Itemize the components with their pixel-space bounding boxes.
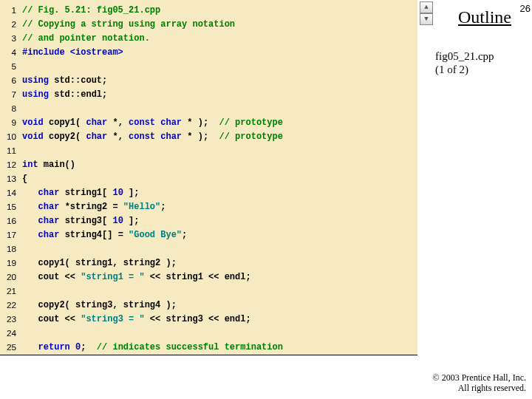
line-number: 21 <box>1 284 16 299</box>
copyright-line2: All rights reserved. <box>458 383 526 393</box>
line-number: 6 <box>1 74 16 88</box>
copyright: © 2003 Prentice Hall, Inc. All rights re… <box>433 372 526 393</box>
code-line: void copy2( char *, const char * ); // p… <box>22 130 417 144</box>
code-line: // Copying a string using array notation <box>22 18 417 32</box>
line-number: 24 <box>1 327 16 341</box>
code-line <box>22 102 417 116</box>
outline-title: Outline <box>458 7 511 27</box>
line-number-gutter: 1234567891011121314151617181920212223242… <box>0 0 18 355</box>
line-number: 2 <box>1 18 16 32</box>
code-line: // and pointer notation. <box>22 32 417 46</box>
scroll-down-button[interactable]: ▼ <box>420 13 433 25</box>
line-number: 23 <box>1 313 16 327</box>
line-number: 7 <box>1 88 16 102</box>
code-line: // Fig. 5.21: fig05_21.cpp <box>22 4 417 18</box>
code-pane: 1234567891011121314151617181920212223242… <box>0 0 417 355</box>
code-line: using std::endl; <box>22 88 417 102</box>
line-number: 18 <box>1 242 16 256</box>
line-number: 22 <box>1 299 16 313</box>
outline-page-label: (1 of 2) <box>435 64 468 76</box>
code-line: cout << "string3 = " << string3 << endl; <box>22 313 417 327</box>
line-number: 25 <box>1 341 16 355</box>
line-number: 13 <box>1 172 16 186</box>
line-number: 8 <box>1 102 16 116</box>
code-line: cout << "string1 = " << string1 << endl; <box>22 270 417 284</box>
code-line <box>22 144 417 158</box>
line-number: 1 <box>1 4 16 18</box>
code-line: copy2( string3, string4 ); <box>22 299 417 313</box>
line-number: 3 <box>1 32 16 46</box>
line-number: 20 <box>1 270 16 284</box>
line-number: 12 <box>1 158 16 172</box>
line-number: 19 <box>1 256 16 270</box>
line-number: 14 <box>1 186 16 200</box>
outline-file-label: fig05_21.cpp <box>435 50 494 63</box>
code-line: { <box>22 172 417 186</box>
code-line: using std::cout; <box>22 74 417 88</box>
line-number: 10 <box>1 130 16 144</box>
code-line: char string4[] = "Good Bye"; <box>22 228 417 242</box>
line-number: 9 <box>1 116 16 130</box>
line-number: 11 <box>1 144 16 158</box>
line-number: 16 <box>1 214 16 228</box>
code-line: void copy1( char *, const char * ); // p… <box>22 116 417 130</box>
code-line: char string1[ 10 ]; <box>22 186 417 200</box>
line-number: 15 <box>1 200 16 214</box>
line-number: 4 <box>1 46 16 60</box>
scroll-up-button[interactable]: ▲ <box>420 1 433 13</box>
slide-number: 26 <box>520 3 531 14</box>
code-line <box>22 327 417 341</box>
code-line: return 0; // indicates successful termin… <box>22 341 417 355</box>
code-line: char string3[ 10 ]; <box>22 214 417 228</box>
line-number: 17 <box>1 228 16 242</box>
code-line <box>22 242 417 256</box>
code-column: // Fig. 5.21: fig05_21.cpp// Copying a s… <box>18 0 417 355</box>
code-line: char *string2 = "Hello"; <box>22 200 417 214</box>
code-line: copy1( string1, string2 ); <box>22 256 417 270</box>
code-line <box>22 284 417 299</box>
line-number: 5 <box>1 60 16 74</box>
code-line: int main() <box>22 158 417 172</box>
copyright-line1: © 2003 Prentice Hall, Inc. <box>433 372 526 383</box>
code-line <box>22 60 417 74</box>
code-line: #include <iostream> <box>22 46 417 60</box>
side-panel: ▲ ▼ Outline 26 fig05_21.cpp (1 of 2) <box>417 0 532 399</box>
